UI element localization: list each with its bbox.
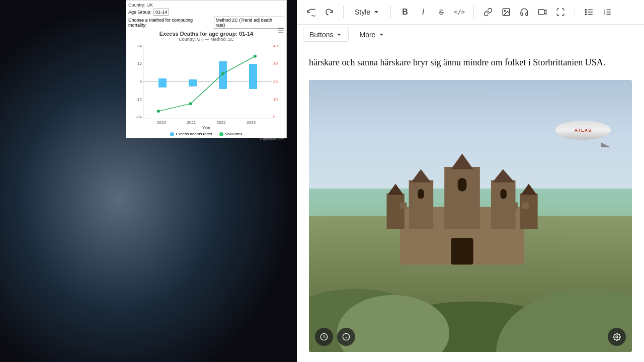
buttons-label: Buttons: [309, 31, 333, 39]
svg-rect-31: [418, 189, 424, 199]
redo-button[interactable]: [321, 4, 337, 20]
more-label: More: [359, 31, 375, 39]
svg-point-11: [585, 12, 586, 13]
link-button[interactable]: [480, 4, 496, 20]
svg-marker-27: [388, 184, 404, 195]
chart-content: [143, 44, 272, 119]
vax-rate-line: [143, 44, 272, 119]
landscape-svg: [309, 257, 632, 352]
svg-marker-25: [493, 169, 515, 182]
legend-vax-rates: VaxRates: [219, 132, 242, 136]
buttons-dropdown-button[interactable]: Buttons: [303, 28, 349, 42]
insert-group: [480, 4, 569, 20]
legend-excess-deaths: Excess deaths rates: [170, 132, 212, 136]
toolbar-row1: Style B I S </>: [297, 0, 644, 25]
italic-button[interactable]: I: [415, 4, 431, 20]
highcharts-credit: Highcharts.com: [128, 137, 284, 141]
age-group-label: Age Group:: [128, 10, 151, 15]
svg-marker-23: [411, 169, 431, 182]
code-button[interactable]: </>: [451, 4, 467, 20]
right-panel: Style B I S </>: [297, 0, 644, 362]
more-dropdown-button[interactable]: More: [353, 28, 391, 42]
svg-point-0: [157, 110, 160, 113]
svg-point-2: [221, 72, 224, 75]
method-label: Choose a Method for computing mortality:: [128, 18, 212, 28]
divider1: [343, 6, 344, 18]
age-group-dropdown[interactable]: 01-14: [153, 9, 169, 16]
x-label-2022: 2022: [217, 120, 226, 125]
undo-button[interactable]: [303, 4, 319, 20]
audio-button[interactable]: [516, 4, 532, 20]
svg-rect-36: [422, 203, 429, 209]
svg-rect-30: [458, 178, 467, 191]
x-axis-title: Year: [128, 125, 284, 130]
svg-point-12: [585, 14, 586, 15]
svg-rect-37: [511, 203, 518, 209]
image-overlay-buttons: [315, 328, 355, 346]
blimp-label: ATLAS: [575, 128, 592, 133]
chart-title: Excess Deaths for age group: 01-14: [128, 31, 284, 37]
divider3: [473, 6, 474, 18]
svg-rect-26: [387, 194, 405, 229]
svg-text:3: 3: [604, 12, 605, 15]
content-area: härskare och sanna härskare bryr sig änn…: [297, 45, 644, 362]
svg-point-47: [616, 336, 618, 338]
y-axis-right: 40 30 20 10 0: [272, 44, 282, 119]
toolbar-row2: Buttons More: [297, 25, 644, 45]
svg-rect-28: [520, 194, 538, 229]
svg-point-3: [254, 55, 257, 58]
style-label: Style: [355, 8, 370, 16]
blimp: ATLAS: [555, 121, 616, 143]
blimp-body: ATLAS: [555, 121, 611, 140]
embed-button[interactable]: [552, 4, 569, 20]
x-label-2021: 2021: [187, 120, 196, 125]
divider4: [575, 6, 575, 18]
svg-point-10: [585, 9, 586, 10]
video-button[interactable]: [534, 4, 550, 20]
image-button[interactable]: [498, 4, 514, 20]
unordered-list-button[interactable]: [581, 4, 597, 20]
article-text: härskare och sanna härskare bryr sig änn…: [309, 55, 632, 70]
svg-rect-34: [400, 203, 407, 209]
strikethrough-button[interactable]: S: [433, 4, 449, 20]
chart-country: Country: UK: [128, 3, 284, 8]
history-overlay-button[interactable]: [315, 328, 333, 346]
svg-rect-32: [501, 189, 507, 199]
divider2: [390, 6, 391, 18]
chart-overlay: Country: UK Age Group: 01-14 Choose a Me…: [126, 0, 287, 138]
svg-rect-6: [539, 10, 544, 15]
y-axis-left: 24 12 0 -12 -24: [130, 44, 143, 119]
castle-image: ATLAS: [309, 80, 632, 352]
chart-legend: Excess deaths rates VaxRates: [128, 132, 284, 136]
svg-point-5: [504, 10, 505, 11]
settings-overlay-button[interactable]: [608, 328, 626, 346]
info-overlay-button[interactable]: [337, 328, 355, 346]
history-group: [303, 4, 337, 20]
chart-subtitle: Country: UK — Method: 2C: [128, 37, 284, 42]
style-dropdown-button[interactable]: Style: [350, 6, 384, 18]
x-label-2020: 2020: [157, 120, 166, 125]
svg-point-1: [189, 102, 192, 105]
list-group: 123: [581, 4, 615, 20]
x-label-2023: 2023: [247, 120, 256, 125]
ordered-list-button[interactable]: 123: [599, 4, 615, 20]
bold-button[interactable]: B: [397, 4, 413, 20]
method-dropdown[interactable]: Method 2C (Trend adj death rate): [214, 17, 284, 29]
chart-menu-icon[interactable]: ☰: [278, 27, 284, 35]
svg-rect-35: [411, 203, 418, 209]
left-panel: Country: UK Age Group: 01-14 Choose a Me…: [0, 0, 297, 362]
svg-marker-29: [521, 184, 537, 195]
svg-rect-38: [522, 203, 529, 209]
svg-marker-21: [451, 154, 473, 169]
svg-rect-20: [445, 167, 480, 229]
format-group: B I S </>: [397, 4, 467, 20]
